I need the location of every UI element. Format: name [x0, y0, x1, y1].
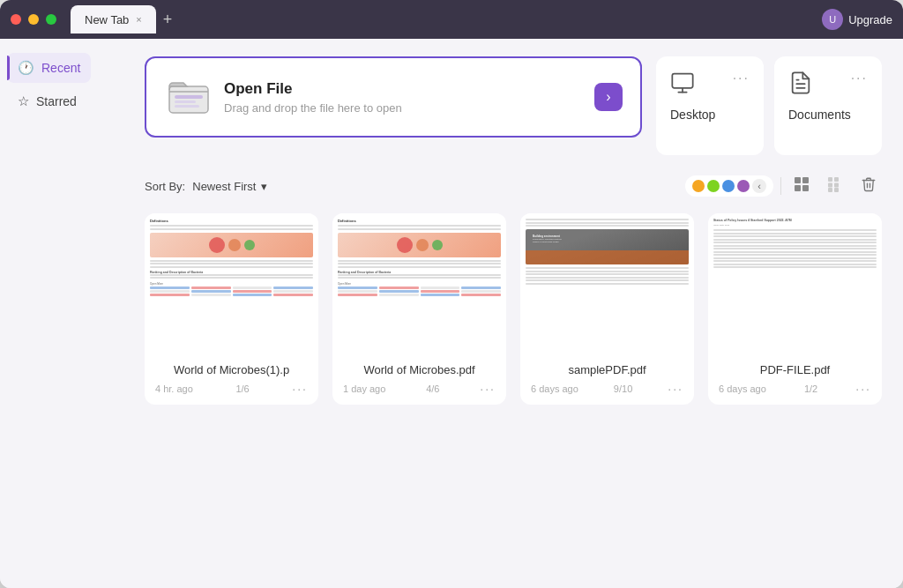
documents-menu-icon[interactable]: ··· [851, 71, 868, 86]
qa-card-top-documents: ··· [788, 71, 868, 100]
file-card-1[interactable]: Definitions [145, 213, 318, 405]
tab-close-icon[interactable]: × [136, 14, 141, 25]
file-info-2: World of Microbes.pdf 1 day ago 4/6 ··· [332, 354, 506, 405]
file-name-3: samplePDF.pdf [531, 363, 683, 376]
file-info-1: World of Microbes(1).p 4 hr. ago 1/6 ··· [145, 354, 318, 405]
file-more-2[interactable]: ··· [480, 382, 496, 396]
svg-rect-12 [802, 185, 809, 191]
svg-rect-1 [175, 95, 203, 99]
desktop-label: Desktop [670, 108, 715, 122]
palette-chevron-icon[interactable]: ‹ [752, 179, 766, 193]
file-card-2[interactable]: Definitions [332, 213, 506, 405]
svg-rect-13 [828, 177, 832, 182]
list-view-button[interactable] [822, 173, 848, 199]
qa-card-top-desktop: ··· [670, 71, 750, 100]
color-dot-blue [722, 180, 735, 192]
open-file-card[interactable]: Open File Drag and drop the file here to… [145, 56, 642, 138]
file-info-3: samplePDF.pdf 6 days ago 9/10 ··· [520, 354, 694, 405]
file-meta-3: 6 days ago 9/10 ··· [531, 382, 683, 396]
tab-label: New Tab [85, 13, 129, 26]
file-name-2: World of Microbes.pdf [343, 363, 496, 376]
sidebar-item-starred[interactable]: ☆ Starred [7, 86, 87, 116]
file-card-4[interactable]: Status of Policy Issues 4 Stanford Suppo… [708, 213, 882, 405]
divider [780, 177, 781, 195]
file-thumbnail-2: Definitions [332, 213, 506, 354]
file-time-1: 4 hr. ago [155, 383, 193, 394]
close-button[interactable] [11, 14, 21, 25]
color-dot-green [707, 180, 720, 192]
star-icon: ☆ [18, 93, 29, 109]
file-thumbnail-1: Definitions [145, 213, 318, 354]
open-file-arrow-button[interactable]: › [594, 83, 623, 111]
file-info-4: PDF-FILE.pdf 6 days ago 1/2 ··· [708, 354, 882, 405]
svg-rect-18 [834, 188, 839, 192]
documents-icon [788, 71, 813, 100]
file-pages-1: 1/6 [235, 383, 249, 394]
content-area: Open File Drag and drop the file here to… [123, 39, 903, 588]
file-more-4[interactable]: ··· [855, 382, 871, 396]
sidebar-label-recent: Recent [41, 61, 80, 75]
qa-card-documents[interactable]: ··· Documents [774, 56, 882, 155]
documents-label: Documents [788, 108, 851, 122]
open-file-title: Open File [224, 80, 402, 98]
file-meta-1: 4 hr. ago 1/6 ··· [155, 382, 308, 396]
file-pages-3: 9/10 [614, 383, 632, 394]
quick-access: ··· Desktop [656, 56, 882, 155]
file-preview-4: Status of Policy Issues 4 Stanford Suppo… [708, 213, 882, 354]
file-time-3: 6 days ago [531, 383, 578, 394]
sidebar: 🕐 Recent ☆ Starred [0, 39, 123, 588]
sidebar-item-wrapper-recent: 🕐 Recent [7, 53, 116, 83]
svg-rect-16 [834, 183, 839, 188]
svg-rect-2 [175, 100, 196, 103]
file-pages-2: 4/6 [426, 383, 439, 394]
file-card-3[interactable]: Building environment information: report… [520, 213, 694, 405]
sort-actions: ‹ [685, 173, 882, 199]
grid-view-button[interactable] [788, 173, 815, 199]
svg-rect-17 [828, 188, 832, 192]
active-tab[interactable]: New Tab × [71, 5, 156, 33]
svg-rect-4 [672, 74, 692, 88]
color-palette[interactable]: ‹ [685, 175, 773, 197]
tab-area: New Tab × + [71, 5, 172, 33]
sidebar-label-starred: Starred [36, 94, 77, 108]
maximize-button[interactable] [46, 14, 56, 25]
sort-by-label: Sort By: [145, 180, 185, 193]
open-file-subtitle: Drag and drop the file here to open [224, 101, 402, 115]
desktop-menu-icon[interactable]: ··· [733, 71, 750, 86]
sort-selector[interactable]: Sort By: Newest First ▾ [145, 180, 267, 193]
color-dot-orange [692, 180, 705, 192]
qa-card-desktop[interactable]: ··· Desktop [656, 56, 764, 155]
new-tab-button[interactable]: + [163, 11, 173, 29]
desktop-icon [670, 71, 695, 100]
sidebar-item-recent[interactable]: 🕐 Recent [7, 53, 91, 83]
files-grid: Definitions [145, 213, 882, 405]
file-more-1[interactable]: ··· [292, 382, 308, 396]
file-meta-2: 1 day ago 4/6 ··· [343, 382, 496, 396]
svg-rect-3 [175, 105, 199, 108]
upgrade-area: U Upgrade [822, 9, 892, 30]
file-more-3[interactable]: ··· [668, 382, 683, 396]
delete-button[interactable] [855, 173, 882, 199]
file-pages-4: 1/2 [804, 383, 817, 394]
file-meta-4: 6 days ago 1/2 ··· [719, 382, 871, 396]
traffic-lights [11, 14, 56, 25]
sort-value: Newest First [192, 180, 256, 193]
file-preview-2: Definitions [332, 213, 506, 354]
file-thumbnail-3: Building environment information: report… [520, 213, 694, 354]
svg-rect-14 [834, 177, 839, 182]
folder-icon [168, 76, 210, 118]
minimize-button[interactable] [28, 14, 39, 25]
upgrade-label[interactable]: Upgrade [848, 13, 892, 26]
svg-rect-15 [828, 183, 832, 188]
file-time-2: 1 day ago [343, 383, 385, 394]
svg-rect-0 [169, 86, 208, 113]
file-thumbnail-4: Status of Policy Issues 4 Stanford Suppo… [708, 213, 882, 354]
sidebar-item-wrapper-starred: ☆ Starred [7, 86, 116, 116]
svg-rect-10 [802, 177, 809, 183]
top-row: Open File Drag and drop the file here to… [145, 56, 882, 155]
file-preview-3: Building environment information: report… [520, 213, 694, 354]
sort-chevron: ▾ [261, 180, 267, 193]
color-dot-purple [737, 180, 750, 192]
titlebar: New Tab × + U Upgrade [0, 0, 903, 39]
file-name-4: PDF-FILE.pdf [719, 363, 871, 376]
